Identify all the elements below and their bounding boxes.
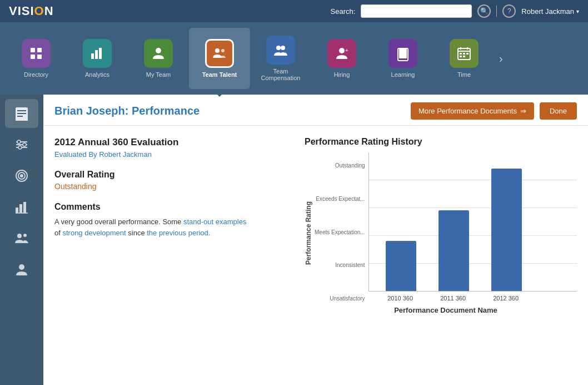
svg-rect-15 xyxy=(399,48,407,58)
svg-rect-0 xyxy=(31,48,35,52)
nav-item-teamtalent[interactable]: Team Talent xyxy=(189,28,250,89)
analytics-icon xyxy=(83,39,112,68)
svg-rect-23 xyxy=(460,56,462,57)
svg-rect-38 xyxy=(16,208,18,213)
search-label: Search: xyxy=(331,7,356,16)
bar-2010-rect xyxy=(386,241,416,291)
learning-icon xyxy=(388,39,417,68)
sidebar-item-person[interactable] xyxy=(5,255,38,284)
search-icon[interactable]: 🔍 xyxy=(477,4,491,18)
svg-point-8 xyxy=(215,48,220,53)
svg-point-11 xyxy=(281,46,285,50)
nav-item-teamcomp[interactable]: TeamCompensation xyxy=(250,28,311,89)
sidebar-item-profile[interactable] xyxy=(5,99,38,128)
nav-item-learning[interactable]: Learning xyxy=(372,28,433,89)
panel-title: Brian Joseph: Performance xyxy=(54,105,200,117)
x-label-2011: 2011 360 xyxy=(438,295,469,302)
search-input[interactable] xyxy=(361,4,472,18)
svg-point-43 xyxy=(23,234,27,237)
svg-point-37 xyxy=(21,175,23,177)
svg-rect-39 xyxy=(19,204,22,213)
sidebar-item-team[interactable] xyxy=(5,224,38,253)
time-label: Time xyxy=(457,71,471,78)
comments-label: Comments xyxy=(54,202,288,212)
svg-point-33 xyxy=(23,143,26,146)
svg-rect-22 xyxy=(466,53,469,55)
rating-label: Overall Rating xyxy=(54,170,288,180)
sidebar-item-chart[interactable] xyxy=(5,192,38,221)
y-label-meets: Meets Expectation... xyxy=(315,229,365,235)
chart-bars xyxy=(368,152,577,292)
teamcomp-label: TeamCompensation xyxy=(261,68,301,81)
learning-label: Learning xyxy=(391,71,415,78)
svg-point-10 xyxy=(276,46,281,50)
standout-link[interactable]: stand-out examples xyxy=(183,218,246,226)
panel-body: 2012 Annual 360 Evaluation Evaluated By … xyxy=(43,126,588,325)
time-icon xyxy=(450,39,479,68)
eval-by-prefix: Evaluated By xyxy=(54,150,99,159)
hiring-label: Hiring xyxy=(334,71,350,78)
svg-rect-3 xyxy=(37,55,42,59)
svg-text:+: + xyxy=(345,47,348,53)
sidebar-item-target[interactable] xyxy=(5,161,38,190)
strong-dev-link[interactable]: strong development xyxy=(62,229,126,237)
teamtalent-label: Team Talent xyxy=(202,71,237,78)
svg-point-44 xyxy=(19,264,24,270)
logo-dot: O xyxy=(34,4,44,18)
directory-icon xyxy=(22,39,51,68)
help-icon[interactable]: ? xyxy=(502,4,516,18)
svg-rect-5 xyxy=(95,50,98,59)
svg-point-7 xyxy=(156,48,161,53)
x-label-2012: 2012 360 xyxy=(491,295,521,302)
svg-point-42 xyxy=(17,234,22,238)
y-label-inconsistent: Inconsistent xyxy=(315,262,365,268)
nav-next-arrow[interactable]: › xyxy=(495,52,507,65)
nav-item-directory[interactable]: Directory xyxy=(6,28,67,89)
user-menu[interactable]: Robert Jackman xyxy=(521,7,579,16)
main-area: Brian Joseph: Performance More Performan… xyxy=(0,95,588,385)
myteam-label: My Team xyxy=(146,71,171,78)
header-buttons: More Performance Documents ⇒ Done xyxy=(411,102,577,120)
nav-item-analytics[interactable]: Analytics xyxy=(67,28,128,89)
chart-with-yaxis: Performance Rating Outstanding Exceeds E… xyxy=(305,152,577,314)
more-docs-label: More Performance Documents xyxy=(418,107,517,115)
chart-title: Performance Rating History xyxy=(305,137,577,147)
svg-point-32 xyxy=(17,140,21,144)
nav-item-myteam[interactable]: My Team xyxy=(128,28,189,89)
svg-rect-20 xyxy=(460,53,462,55)
header-divider xyxy=(496,6,497,17)
teamtalent-icon xyxy=(205,39,234,68)
done-button[interactable]: Done xyxy=(540,102,577,120)
nav-item-hiring[interactable]: + Hiring xyxy=(311,28,372,89)
x-label-2010: 2010 360 xyxy=(385,295,416,302)
teamcomp-icon xyxy=(266,36,295,65)
comments-text: A very good overall performance. Some st… xyxy=(54,216,288,238)
app-logo: VISION xyxy=(9,4,54,18)
svg-rect-24 xyxy=(463,56,465,57)
bar-2012-rect xyxy=(491,169,522,291)
svg-rect-2 xyxy=(31,55,35,59)
y-label-outstanding: Outstanding xyxy=(315,162,365,169)
content-panel: Brian Joseph: Performance More Performan… xyxy=(43,95,588,385)
nav-item-time[interactable]: Time xyxy=(433,28,495,89)
y-label-unsatisfactory: Unsatisfactory xyxy=(315,295,365,302)
eval-by-name: Robert Jackman xyxy=(99,150,152,159)
sidebar-item-settings[interactable] xyxy=(5,130,38,159)
sidebar xyxy=(0,95,43,385)
bar-2010 xyxy=(386,241,416,291)
navbar: Directory Analytics My Team xyxy=(0,22,588,95)
x-labels: 2010 360 2011 360 2012 360 xyxy=(368,295,577,302)
svg-rect-40 xyxy=(23,202,26,213)
svg-rect-4 xyxy=(91,53,94,59)
svg-rect-6 xyxy=(99,48,102,59)
app-header: VISION Search: 🔍 ? Robert Jackman xyxy=(0,0,588,22)
bar-2012 xyxy=(491,169,522,291)
x-axis-title: Performance Document Name xyxy=(315,306,577,314)
svg-rect-21 xyxy=(463,53,465,55)
rating-value: Outstanding xyxy=(54,182,288,191)
right-section: Performance Rating History Performance R… xyxy=(305,137,577,314)
arrow-icon: ⇒ xyxy=(520,107,526,115)
previous-link[interactable]: the previous period. xyxy=(147,229,210,237)
more-docs-button[interactable]: More Performance Documents ⇒ xyxy=(411,102,534,120)
bar-2011-rect xyxy=(438,210,469,291)
